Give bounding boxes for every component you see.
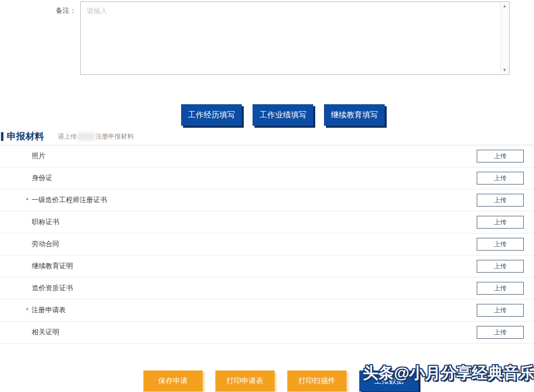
remark-label: 备注： — [56, 6, 76, 15]
scroll-down-icon[interactable]: ▼ — [503, 68, 507, 72]
material-row: 职称证书上传 — [0, 211, 534, 233]
materials-list: 照片上传身份证上传*一级造价工程师注册证书上传职称证书上传劳动合同上传继续教育证… — [0, 145, 534, 344]
material-row: 相关证明上传 — [0, 322, 534, 344]
material-row: 劳动合同上传 — [0, 233, 534, 255]
continuing-education-fill-button[interactable]: 继续教育填写 — [324, 104, 385, 126]
print-scan-button[interactable]: 打印扫描件 — [287, 370, 347, 392]
material-label: 劳动合同 — [32, 240, 59, 249]
upload-button[interactable]: 上传 — [477, 150, 524, 162]
section-hint-prefix: 请上传 — [58, 132, 77, 141]
watermark: 头条@小月分享经典音乐 — [363, 363, 534, 384]
section-header: 申报材料 请上传 注册申报材料 — [1, 130, 134, 143]
material-row: 身份证上传 — [0, 167, 534, 189]
required-marker: * — [26, 196, 28, 204]
material-label: 注册申请表 — [31, 306, 66, 315]
material-label: 继续教育证明 — [32, 262, 73, 271]
material-label: 职称证书 — [32, 218, 59, 227]
work-experience-fill-button[interactable]: 工作经历填写 — [181, 104, 242, 126]
section-hint-suffix: 注册申报材料 — [95, 132, 134, 141]
registration-form-page: 备注： ▲ ▼ 工作经历填写工作业绩填写继续教育填写 申报材料 请上传 注册申报… — [0, 0, 534, 392]
upload-button[interactable]: 上传 — [477, 260, 524, 273]
upload-button[interactable]: 上传 — [477, 238, 524, 251]
upload-button[interactable]: 上传 — [477, 216, 524, 229]
material-row: 照片上传 — [0, 145, 534, 167]
section-bar-icon — [1, 132, 3, 141]
form-action-buttons: 工作经历填写工作业绩填写继续教育填写 — [181, 104, 385, 126]
material-label: 相关证明 — [32, 328, 59, 337]
upload-button[interactable]: 上传 — [477, 172, 524, 184]
material-row: *一级造价工程师注册证书上传 — [0, 189, 534, 211]
remark-input[interactable] — [81, 2, 509, 74]
scroll-up-icon[interactable]: ▲ — [503, 4, 507, 8]
upload-button[interactable]: 上传 — [477, 194, 524, 207]
material-row: 造价资质证书上传 — [0, 277, 534, 300]
material-label: 一级造价工程师注册证书 — [31, 196, 107, 205]
material-label: 造价资质证书 — [32, 284, 73, 293]
required-marker: * — [26, 306, 28, 314]
material-label: 身份证 — [32, 174, 52, 183]
remark-field-frame: ▲ ▼ — [80, 1, 510, 75]
material-row: 继续教育证明上传 — [0, 255, 534, 277]
scrollbar[interactable]: ▲ ▼ — [500, 2, 509, 74]
upload-button[interactable]: 上传 — [477, 282, 524, 295]
upload-button[interactable]: 上传 — [477, 326, 524, 339]
material-label: 照片 — [32, 152, 46, 161]
material-row: *注册申请表上传 — [0, 300, 534, 322]
censored-blur — [77, 133, 95, 140]
section-hint: 请上传 注册申报材料 — [58, 132, 134, 141]
upload-button[interactable]: 上传 — [477, 304, 524, 317]
section-title: 申报材料 — [7, 130, 44, 143]
work-performance-fill-button[interactable]: 工作业绩填写 — [253, 104, 313, 126]
save-application-button[interactable]: 保存申请 — [143, 370, 203, 392]
print-application-form-button[interactable]: 打印申请表 — [215, 370, 275, 392]
